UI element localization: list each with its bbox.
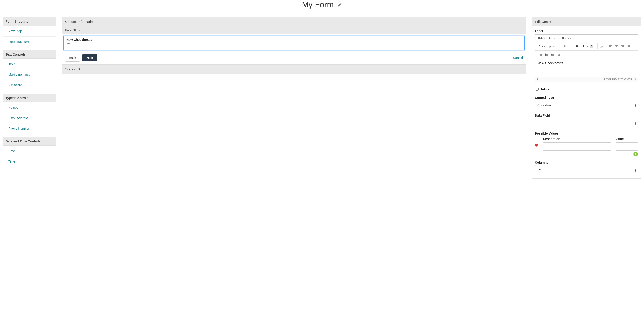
rte-toolbar-row2: 123 Ix	[535, 51, 638, 59]
form-title: Contact Information	[62, 17, 526, 26]
sidebar: Form Structure New Step Formatted Text T…	[3, 17, 56, 170]
rte-path: P	[537, 78, 538, 81]
bold-icon[interactable]: B	[562, 44, 567, 49]
possible-values-label: Possible Values	[535, 132, 638, 135]
sidebar-item-phone[interactable]: Phone Number	[3, 123, 56, 134]
bullet-list-icon[interactable]	[544, 52, 550, 57]
chevron-down-icon[interactable]: ▾	[587, 45, 588, 47]
sidebar-item-email[interactable]: Email Address	[3, 113, 56, 123]
rte-content[interactable]: New Checkboxes	[535, 59, 638, 77]
sidebar-item-password[interactable]: Password	[3, 80, 56, 90]
richtext-editor: Edit▾ Insert▾ Format▾ Paragraph ▾ B I S …	[535, 34, 638, 82]
sidebar-group-header: Text Controls	[3, 50, 56, 59]
edit-panel-title: Edit Control	[532, 17, 641, 26]
outdent-icon[interactable]	[550, 52, 556, 57]
highlight-icon[interactable]: A	[589, 44, 594, 49]
sidebar-group-datetime: Date and Time Controls Date Time	[3, 137, 56, 167]
align-justify-icon[interactable]	[626, 44, 632, 49]
svg-point-22	[545, 55, 546, 56]
form-builder: Contact Information First Step New Check…	[62, 17, 526, 74]
svg-point-20	[545, 54, 546, 55]
align-left-icon[interactable]	[607, 44, 613, 49]
value-col-head: Value	[616, 137, 638, 141]
step2-title[interactable]: Second Step	[62, 64, 526, 74]
remove-icon[interactable]	[535, 143, 538, 147]
sidebar-group-header: Date and Time Controls	[3, 137, 56, 146]
svg-text:3: 3	[539, 55, 539, 56]
label-heading: Label	[535, 29, 638, 33]
strikethrough-icon[interactable]: S	[574, 44, 580, 49]
rte-toolbar: Paragraph ▾ B I S A ▾ A ▾	[535, 42, 638, 51]
rte-menu-format[interactable]: Format▾	[561, 36, 575, 41]
align-right-icon[interactable]	[620, 44, 626, 49]
inline-checkbox[interactable]	[536, 88, 539, 91]
description-input[interactable]	[543, 142, 611, 150]
inline-label: Inline	[541, 88, 550, 91]
italic-icon[interactable]: I	[568, 44, 574, 49]
indent-icon[interactable]	[556, 52, 562, 57]
control-type-select[interactable]: Checkbox	[535, 101, 638, 109]
sidebar-group-text-controls: Text Controls Input Multi Line Input Pas…	[3, 50, 56, 90]
add-icon[interactable]: +	[634, 152, 638, 156]
control-label: New Checkboxes	[66, 38, 522, 41]
pencil-icon[interactable]	[337, 2, 342, 7]
rte-paragraph-select[interactable]: Paragraph ▾	[537, 44, 559, 49]
description-col-head: Description	[543, 137, 611, 141]
step1-title[interactable]: First Step	[62, 26, 526, 34]
value-input[interactable]	[616, 142, 638, 150]
rte-menu-edit[interactable]: Edit▾	[537, 36, 547, 41]
resize-handle-icon[interactable]	[634, 78, 636, 80]
data-field-label: Data Field	[535, 114, 638, 117]
page-title: My Form	[302, 0, 334, 9]
data-field-select[interactable]	[535, 119, 638, 127]
selected-control[interactable]: New Checkboxes	[64, 36, 524, 50]
edit-control-panel: Edit Control Label Edit▾ Insert▾ Format▾…	[532, 17, 641, 179]
sidebar-group-form-structure: Form Structure New Step Formatted Text	[3, 17, 56, 47]
sidebar-item-formatted-text[interactable]: Formatted Text	[3, 36, 56, 47]
clear-format-icon[interactable]: Ix	[564, 52, 570, 57]
link-icon[interactable]	[599, 44, 605, 49]
control-type-label: Control Type	[535, 96, 638, 99]
numbered-list-icon[interactable]: 123	[537, 52, 543, 57]
back-button[interactable]: Back	[65, 54, 80, 62]
text-color-icon[interactable]: A	[580, 44, 586, 49]
control-checkbox[interactable]	[67, 43, 70, 46]
sidebar-group-header: Typed Controls	[3, 94, 56, 102]
next-button[interactable]: Next	[82, 54, 97, 61]
rte-menubar: Edit▾ Insert▾ Format▾	[535, 35, 638, 42]
align-center-icon[interactable]	[614, 44, 619, 49]
cancel-link[interactable]: Cancel	[513, 56, 523, 59]
page-header: My Form	[0, 0, 644, 14]
sidebar-item-date[interactable]: Date	[3, 146, 56, 156]
sidebar-item-new-step[interactable]: New Step	[3, 26, 56, 36]
sidebar-group-typed-controls: Typed Controls Number Email Address Phon…	[3, 94, 56, 134]
sidebar-item-input[interactable]: Input	[3, 59, 56, 69]
sidebar-item-time[interactable]: Time	[3, 156, 56, 167]
step1-body: New Checkboxes Back Next Cancel	[62, 34, 526, 64]
sidebar-item-multiline[interactable]: Multi Line Input	[3, 69, 56, 80]
chevron-down-icon[interactable]: ▾	[596, 45, 596, 47]
rte-powered: POWERED BY TINYMCE	[604, 78, 632, 81]
sidebar-group-header: Form Structure	[3, 17, 56, 26]
svg-point-18	[545, 53, 546, 54]
possible-value-row: Description Value	[535, 137, 638, 150]
rte-statusbar: P POWERED BY TINYMCE	[535, 77, 638, 81]
columns-select[interactable]: 12	[535, 166, 638, 174]
inline-checkbox-row: Inline	[535, 87, 638, 91]
rte-menu-insert[interactable]: Insert▾	[548, 36, 560, 41]
columns-label: Columns	[535, 161, 638, 164]
step-actions: Back Next Cancel	[62, 52, 526, 64]
sidebar-item-number[interactable]: Number	[3, 102, 56, 113]
